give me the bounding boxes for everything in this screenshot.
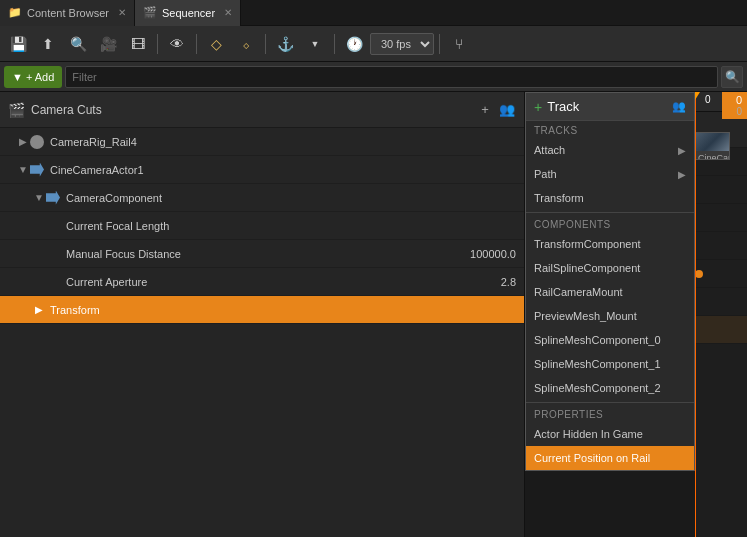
tab-label-content-browser: Content Browser: [27, 7, 109, 19]
track-item-transform[interactable]: ▶ Transform: [0, 296, 524, 324]
dropdown-item-attach[interactable]: Attach ▶: [526, 138, 694, 162]
timeline-marker-0: 0: [705, 92, 711, 105]
section-label-properties: Properties: [526, 405, 694, 422]
timeline-row-transform: [695, 316, 747, 344]
track-name-focal-length: Current Focal Length: [62, 220, 524, 232]
clock-button[interactable]: 🕐: [340, 30, 368, 58]
current-position-label: Current Position on Rail: [534, 452, 650, 464]
tab-label-sequencer: Sequencer: [162, 7, 215, 19]
track-name-camera-rig: CameraRig_Rail4: [46, 136, 524, 148]
expand-cine-camera[interactable]: ▼: [16, 163, 30, 177]
separator-4: [334, 34, 335, 54]
timeline-row-focus-distance: [695, 260, 747, 288]
camera-cuts-icons: + 👥: [476, 101, 516, 119]
dropdown-item-transform-component[interactable]: TransformComponent: [526, 232, 694, 256]
dropdown-item-spline-2[interactable]: SplineMeshComponent_2: [526, 376, 694, 400]
add-button[interactable]: ▼ + Add: [4, 66, 62, 88]
dropdown-item-path[interactable]: Path ▶: [526, 162, 694, 186]
track-side-panel: + Track 👥 Tracks Attach ▶ Path ▶ Transfo…: [525, 92, 695, 537]
close-content-browser[interactable]: ✕: [118, 7, 126, 18]
track-item-focal-length[interactable]: ▶ Current Focal Length: [0, 212, 524, 240]
path-arrow: ▶: [678, 169, 686, 180]
frame-display: 0 0: [722, 92, 747, 119]
add-label: + Add: [26, 71, 54, 83]
camera-cuts-row: 🎬 Camera Cuts + 👥: [0, 92, 524, 128]
expand-transform[interactable]: ▶: [32, 303, 46, 317]
cine-icon-2: [46, 191, 60, 205]
dropdown-item-spline-0[interactable]: SplineMeshComponent_0: [526, 328, 694, 352]
track-item-camera-rig[interactable]: ▶ CameraRig_Rail4: [0, 128, 524, 156]
dropdown-item-transform[interactable]: Transform: [526, 186, 694, 210]
spline-2-label: SplineMeshComponent_2: [534, 382, 661, 394]
track-name-camera-component: CameraComponent: [62, 192, 524, 204]
main-container: 💾 ⬆ 🔍 🎥 🎞 👁 ◇ ⬦ ⚓ ▼ 🕐 30 fps ⑂ ▼ + Add 🔍: [0, 26, 747, 537]
timeline-row-aperture: [695, 288, 747, 316]
attach-arrow: ▶: [678, 145, 686, 156]
search-input[interactable]: [65, 66, 718, 88]
separator-5: [439, 34, 440, 54]
branch-button[interactable]: ⑂: [445, 30, 473, 58]
track-item-focus-distance[interactable]: ▶ Manual Focus Distance 100000.0: [0, 240, 524, 268]
close-sequencer[interactable]: ✕: [224, 7, 232, 18]
track-item-cine-camera[interactable]: ▼ CineCameraActor1: [0, 156, 524, 184]
camera-cuts-users[interactable]: 👥: [498, 101, 516, 119]
dropdown-item-current-position[interactable]: Current Position on Rail: [526, 446, 694, 470]
separator-1: [157, 34, 158, 54]
actor-hidden-label: Actor Hidden In Game: [534, 428, 643, 440]
focus-dot: [695, 270, 703, 278]
tab-content-browser[interactable]: 📁 Content Browser ✕: [0, 0, 135, 26]
track-value-aperture: 2.8: [501, 276, 524, 288]
save-button[interactable]: 💾: [4, 30, 32, 58]
section-label-components: Components: [526, 215, 694, 232]
camera-button[interactable]: 🎥: [94, 30, 122, 58]
anchor-button[interactable]: ⚓: [271, 30, 299, 58]
timeline-row-camera-component: [695, 204, 747, 232]
diamond2-button[interactable]: ⬦: [232, 30, 260, 58]
track-item-camera-component[interactable]: ▼ CameraComponent: [0, 184, 524, 212]
divider-1: [526, 212, 694, 213]
rail-icon: [30, 135, 44, 149]
track-item-aperture[interactable]: ▶ Current Aperture 2.8: [0, 268, 524, 296]
cinecam-block: CineCam: [695, 132, 730, 160]
dropdown-item-actor-hidden[interactable]: Actor Hidden In Game: [526, 422, 694, 446]
expand-camera-rig[interactable]: ▶: [16, 135, 30, 149]
search-button[interactable]: 🔍: [64, 30, 92, 58]
sequencer-toolbar: 💾 ⬆ 🔍 🎥 🎞 👁 ◇ ⬦ ⚓ ▼ 🕐 30 fps ⑂: [0, 26, 747, 62]
dropdown-item-rail-camera-mount[interactable]: RailCameraMount: [526, 280, 694, 304]
timeline-area[interactable]: 0 0 0 CineCam: [695, 92, 747, 537]
cine-icon: [30, 163, 44, 177]
dropdown-item-rail-spline[interactable]: RailSplineComponent: [526, 256, 694, 280]
add-icon: ▼: [12, 71, 23, 83]
camera-cuts-icon: 🎬: [8, 102, 25, 118]
attach-label: Attach: [534, 144, 565, 156]
anchor-arrow[interactable]: ▼: [301, 30, 329, 58]
track-dropdown-users[interactable]: 👥: [672, 100, 686, 113]
spline-0-label: SplineMeshComponent_0: [534, 334, 661, 346]
rail-spline-label: RailSplineComponent: [534, 262, 640, 274]
sequencer-panel: 🎬 Camera Cuts + 👥 ▶ CameraRig_Rail4 ▼ Ci…: [0, 92, 747, 537]
eye-button[interactable]: 👁: [163, 30, 191, 58]
film-button[interactable]: 🎞: [124, 30, 152, 58]
transform-component-label: TransformComponent: [534, 238, 641, 250]
search-icon-btn[interactable]: 🔍: [721, 66, 743, 88]
fps-dropdown[interactable]: 30 fps: [370, 33, 434, 55]
track-name-focus-distance: Manual Focus Distance: [62, 248, 470, 260]
separator-3: [265, 34, 266, 54]
expand-camera-component[interactable]: ▼: [32, 191, 46, 205]
path-label: Path: [534, 168, 557, 180]
separator-2: [196, 34, 197, 54]
cinecam-label: CineCam: [696, 151, 729, 160]
tab-bar: 📁 Content Browser ✕ 🎬 Sequencer ✕: [0, 0, 747, 26]
tab-sequencer[interactable]: 🎬 Sequencer ✕: [135, 0, 241, 26]
divider-2: [526, 402, 694, 403]
dropdown-item-spline-1[interactable]: SplineMeshComponent_1: [526, 352, 694, 376]
track-plus-icon: +: [534, 99, 542, 115]
import-button[interactable]: ⬆: [34, 30, 62, 58]
dropdown-header-label: Track: [547, 99, 579, 114]
content-browser-icon: 📁: [8, 6, 22, 19]
cb-toolbar: ▼ + Add 🔍: [0, 62, 747, 92]
rail-camera-mount-label: RailCameraMount: [534, 286, 623, 298]
diamond-button[interactable]: ◇: [202, 30, 230, 58]
dropdown-item-preview-mesh[interactable]: PreviewMesh_Mount: [526, 304, 694, 328]
camera-cuts-add[interactable]: +: [476, 101, 494, 119]
